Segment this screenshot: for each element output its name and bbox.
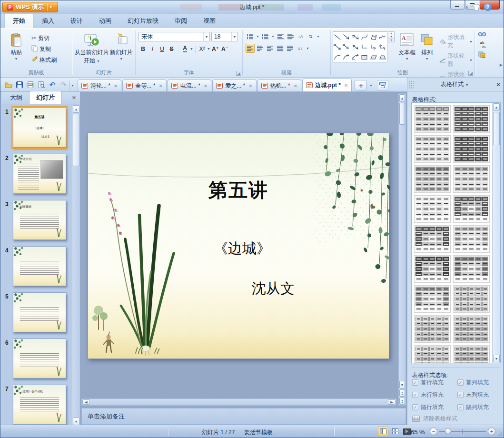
font-name-combo[interactable]: 宋体▼ <box>138 32 210 41</box>
horizontal-scrollbar[interactable]: ◀ ▶ <box>81 398 396 406</box>
arrange-dropdown-icon[interactable]: ▼ <box>425 57 429 61</box>
next-slide-button[interactable]: ▼▼ <box>399 398 405 405</box>
shape-scribble-icon[interactable] <box>378 32 387 42</box>
shape-elbow-double-arrow-icon[interactable] <box>378 42 387 52</box>
slide-thumbnail-6[interactable] <box>13 338 66 378</box>
tab-outline[interactable]: 大纲 <box>3 91 29 104</box>
table-style-preview-7[interactable] <box>414 195 451 223</box>
menu-tab-6[interactable]: 审阅 <box>167 14 195 28</box>
text-direction-dropdown-icon[interactable]: ▼ <box>316 32 320 41</box>
new-document-tab-button[interactable]: + <box>355 80 367 90</box>
document-tab-2[interactable]: 全等... *✕ <box>122 80 166 91</box>
slide-thumbnail-7[interactable]: 《边城》创作动机: <box>13 385 66 425</box>
font-color-dropdown-icon[interactable]: ▼ <box>190 47 193 50</box>
minimize-button[interactable] <box>450 0 464 10</box>
slide-thumbnail-1[interactable]: 第五讲《边城》沈从文 <box>13 108 66 148</box>
clear-table-style-button[interactable]: 清除表格样式 <box>412 415 457 423</box>
new-slide-button[interactable]: 新幻灯片 ▼ <box>109 30 133 61</box>
option-1[interactable]: ✓首行填充 <box>412 378 457 387</box>
shape-double-arrow-endpoints-icon[interactable] <box>351 42 360 52</box>
normal-view-button[interactable] <box>378 427 388 436</box>
shapes-gallery[interactable] <box>333 31 387 62</box>
table-style-preview-3[interactable] <box>414 135 451 163</box>
table-style-preview-18[interactable] <box>453 345 490 363</box>
bold-button[interactable]: B <box>138 44 148 53</box>
save-icon[interactable] <box>14 80 25 90</box>
close-document-icon[interactable]: ✕ <box>158 83 162 89</box>
shape-line-endpoints-icon[interactable] <box>333 42 342 52</box>
grow-font-button[interactable]: A⁺ <box>211 44 220 53</box>
slide-book-title[interactable]: 《边城》 <box>214 239 271 259</box>
paste-button[interactable]: 粘贴 ▼ <box>2 30 30 61</box>
table-style-preview-2[interactable] <box>453 105 490 133</box>
new-slide-dropdown-icon[interactable]: ▼ <box>119 57 123 61</box>
shape-fill-button[interactable]: 形状填充▼ <box>439 33 473 50</box>
redo-icon[interactable]: ↷ <box>58 80 69 90</box>
help-icon[interactable]: ? <box>484 3 492 11</box>
slide-thumbnail-5[interactable] <box>13 292 66 332</box>
menu-tab-3[interactable]: 设计 <box>62 14 91 28</box>
paste-dropdown-icon[interactable]: ▼ <box>15 57 18 61</box>
panel-close-icon[interactable]: ✕ <box>496 81 501 88</box>
menu-tab-4[interactable]: 动画 <box>91 14 119 28</box>
previous-slide-button[interactable]: ▲▲ <box>399 389 405 397</box>
bullets-dropdown-icon[interactable]: ▼ <box>256 32 260 41</box>
menu-tab-2[interactable]: 插入 <box>34 14 62 28</box>
decrease-indent-button[interactable] <box>276 32 285 41</box>
strikethrough-button[interactable]: S <box>167 44 176 53</box>
zoom-out-button[interactable]: − <box>430 428 437 435</box>
print-icon[interactable] <box>25 80 36 90</box>
slide-sorter-button[interactable] <box>390 427 400 436</box>
underline-button[interactable]: U <box>158 44 167 53</box>
table-style-preview-14[interactable] <box>453 285 490 313</box>
slide-thumbnail-2[interactable]: 作者介绍: <box>13 154 66 194</box>
menu-tab-1[interactable]: 开始 <box>4 13 34 28</box>
quickbar-dropdown-icon[interactable]: ▼ <box>69 80 76 90</box>
slide-thumbnail-4[interactable] <box>13 246 66 286</box>
sidebar-scrollbar[interactable]: ▲ ▼ <box>72 105 80 426</box>
sidebar-close-icon[interactable]: ✕ <box>72 95 76 101</box>
panel-dropdown-icon[interactable]: ▼ <box>465 83 469 87</box>
play-from-current-button[interactable]: 从当前幻灯片 开始 ▼ <box>74 30 109 64</box>
distribute-button[interactable] <box>286 44 295 53</box>
new-tab-dropdown-icon[interactable]: ▼ <box>367 80 374 90</box>
option-2[interactable]: ✓首列填充 <box>457 378 503 387</box>
checkbox-checked-icon[interactable]: ✓ <box>457 392 464 398</box>
option-6[interactable]: ✓隔列填充 <box>457 403 503 411</box>
shape-line-icon[interactable] <box>333 32 342 42</box>
document-tab-1[interactable]: 滑轮... *✕ <box>78 80 121 91</box>
italic-button[interactable]: I <box>148 44 157 53</box>
find-icon[interactable] <box>478 31 486 38</box>
checkbox-checked-icon[interactable]: ✓ <box>457 404 464 410</box>
option-5[interactable]: ✓隔行填充 <box>412 403 457 411</box>
checkbox-checked-icon[interactable]: ✓ <box>412 404 418 410</box>
line-spacing-v-button[interactable]: ↕A <box>296 32 305 41</box>
text-direction-button[interactable]: ⇅ <box>306 32 315 41</box>
justify-button[interactable] <box>276 44 285 53</box>
shape-double-arrow-icon[interactable] <box>351 32 360 42</box>
table-style-preview-10[interactable] <box>453 225 490 253</box>
checkbox-checked-icon[interactable]: ✓ <box>412 392 418 398</box>
font-size-combo[interactable]: 18▼ <box>211 32 238 41</box>
font-dialog-launcher[interactable] <box>236 71 241 76</box>
table-style-preview-13[interactable] <box>414 285 451 313</box>
shape-freeform-icon[interactable] <box>369 32 378 42</box>
shapes-gallery-scroll[interactable]: ▲▼⊽ <box>388 31 395 42</box>
open-file-icon[interactable] <box>3 80 14 90</box>
table-style-preview-15[interactable] <box>414 315 451 343</box>
arrange-windows-button[interactable] <box>377 80 388 90</box>
align-center-button[interactable] <box>256 44 265 53</box>
shrink-font-button[interactable]: A⁻ <box>220 44 229 53</box>
shape-rectangle-icon[interactable] <box>360 52 369 62</box>
arrange-button[interactable]: 排列 ▼ <box>418 30 436 61</box>
shape-curved-double-arrow-icon[interactable] <box>351 52 360 62</box>
close-document-icon[interactable]: ✕ <box>294 83 297 89</box>
numbering-dropdown-icon[interactable]: ▼ <box>271 32 275 41</box>
numbering-button[interactable] <box>261 32 270 41</box>
close-document-icon[interactable]: ✕ <box>344 83 348 88</box>
shape-arrow-icon[interactable] <box>342 32 351 42</box>
zoom-slider-handle[interactable] <box>445 428 451 434</box>
option-4[interactable]: ✓末列填充 <box>457 391 503 399</box>
table-style-preview-5[interactable] <box>414 165 451 193</box>
select-icon[interactable] <box>478 51 486 58</box>
